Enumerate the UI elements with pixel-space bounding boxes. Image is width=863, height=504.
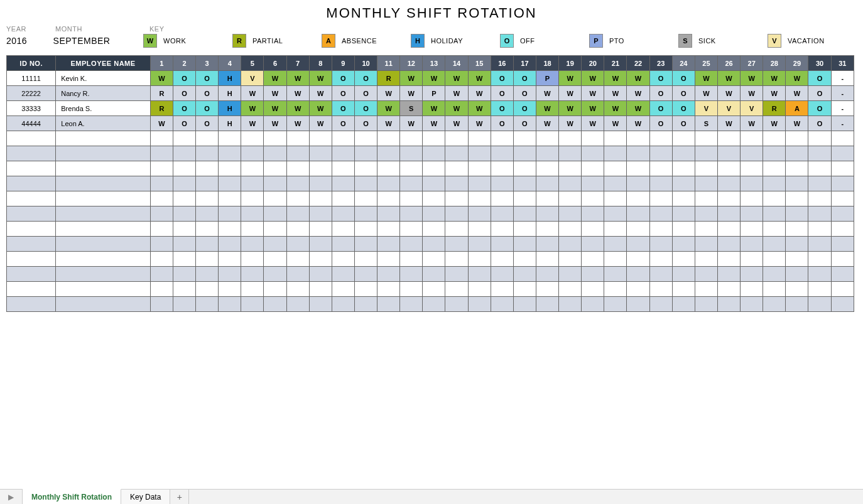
cell-shift[interactable] [604,252,627,267]
cell-shift[interactable] [219,222,241,237]
cell-shift[interactable] [219,282,241,297]
cell-shift[interactable] [604,282,627,297]
month-value[interactable]: SEPTEMBER [53,36,143,46]
cell-shift[interactable] [582,206,604,222]
cell-shift[interactable] [423,131,445,146]
cell-shift[interactable] [627,161,649,176]
cell-shift[interactable] [559,222,582,237]
cell-shift[interactable]: O [196,116,219,131]
cell-shift[interactable] [150,191,173,206]
cell-shift[interactable] [468,252,491,267]
cell-shift[interactable]: W [264,116,286,131]
cell-shift[interactable]: W [241,116,264,131]
cell-shift[interactable] [649,222,672,237]
cell-shift[interactable]: O [491,86,513,101]
cell-shift[interactable]: W [604,116,627,131]
cell-shift[interactable] [536,222,558,237]
cell-shift[interactable]: H [219,116,241,131]
cell-shift[interactable] [332,131,354,146]
cell-shift[interactable] [400,297,423,312]
cell-shift[interactable] [445,282,468,297]
tab-monthly-shift-rotation[interactable]: Monthly Shift Rotation [23,489,121,504]
cell-shift[interactable] [717,146,740,161]
cell-shift[interactable]: W [604,101,627,116]
cell-shift[interactable]: W [468,71,491,86]
cell-shift[interactable]: O [173,86,195,101]
cell-shift[interactable]: O [173,71,195,86]
cell-shift[interactable] [309,237,332,252]
cell-shift[interactable] [286,161,309,176]
cell-shift[interactable] [672,176,695,191]
cell-shift[interactable] [377,146,400,161]
cell-shift[interactable] [219,161,241,176]
cell-shift[interactable]: O [196,101,219,116]
cell-shift[interactable] [491,176,513,191]
cell-shift[interactable] [536,297,558,312]
cell-shift[interactable] [150,282,173,297]
cell-shift[interactable]: W [763,71,786,86]
cell-shift[interactable]: P [423,86,445,101]
cell-shift[interactable]: W [377,116,400,131]
cell-shift[interactable] [377,237,400,252]
cell-shift[interactable] [604,161,627,176]
cell-shift[interactable] [559,176,582,191]
cell-shift[interactable] [831,146,854,161]
cell-shift[interactable] [309,176,332,191]
cell-shift[interactable]: W [786,116,808,131]
cell-shift[interactable] [400,176,423,191]
cell-shift[interactable] [491,282,513,297]
cell-shift[interactable]: W [717,71,740,86]
cell-shift[interactable] [649,252,672,267]
cell-shift[interactable] [196,282,219,297]
cell-shift[interactable] [150,297,173,312]
cell-shift[interactable] [582,252,604,267]
cell-shift[interactable] [604,297,627,312]
cell-shift[interactable]: O [808,71,831,86]
cell-shift[interactable] [604,146,627,161]
cell-shift[interactable] [332,282,354,297]
cell-id[interactable] [7,146,56,161]
cell-shift[interactable] [491,146,513,161]
cell-shift[interactable] [649,146,672,161]
cell-id[interactable] [7,282,56,297]
cell-shift[interactable]: O [332,86,354,101]
cell-shift[interactable] [241,206,264,222]
cell-shift[interactable] [604,206,627,222]
cell-shift[interactable] [309,252,332,267]
cell-shift[interactable]: W [400,116,423,131]
cell-shift[interactable] [741,282,763,297]
cell-shift[interactable] [536,267,558,282]
cell-shift[interactable] [173,252,195,267]
cell-shift[interactable] [286,146,309,161]
cell-shift[interactable] [491,191,513,206]
cell-shift[interactable] [264,146,286,161]
cell-shift[interactable] [831,252,854,267]
cell-shift[interactable] [445,161,468,176]
cell-shift[interactable] [173,161,195,176]
cell-name[interactable] [56,161,151,176]
cell-shift[interactable] [173,267,195,282]
cell-name[interactable]: Nancy R. [56,86,151,101]
cell-shift[interactable] [241,297,264,312]
cell-shift[interactable] [536,161,558,176]
cell-shift[interactable] [423,282,445,297]
cell-shift[interactable] [400,237,423,252]
cell-shift[interactable] [786,267,808,282]
cell-shift[interactable] [536,131,558,146]
cell-shift[interactable]: O [354,116,377,131]
cell-shift[interactable] [219,297,241,312]
cell-shift[interactable] [649,131,672,146]
cell-shift[interactable] [196,176,219,191]
cell-shift[interactable]: O [491,101,513,116]
cell-shift[interactable] [808,297,831,312]
cell-shift[interactable] [513,282,536,297]
cell-shift[interactable] [196,222,219,237]
cell-shift[interactable] [559,282,582,297]
cell-shift[interactable]: V [695,101,717,116]
cell-shift[interactable] [354,252,377,267]
cell-shift[interactable] [241,282,264,297]
cell-shift[interactable] [219,191,241,206]
cell-shift[interactable] [649,282,672,297]
cell-shift[interactable] [150,161,173,176]
cell-shift[interactable] [377,131,400,146]
